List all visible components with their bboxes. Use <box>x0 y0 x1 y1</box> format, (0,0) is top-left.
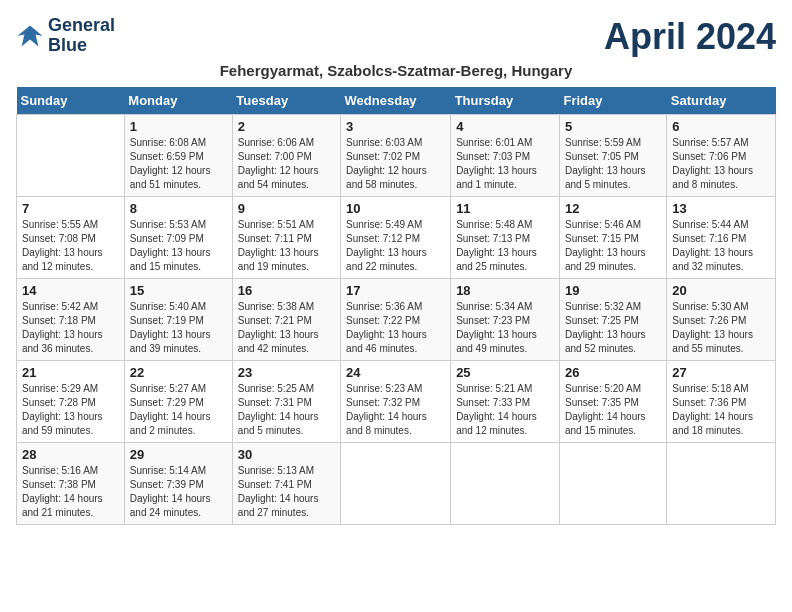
calendar-cell: 20 Sunrise: 5:30 AMSunset: 7:26 PMDaylig… <box>667 279 776 361</box>
weekday-header: Monday <box>124 87 232 115</box>
day-detail: Sunrise: 5:18 AMSunset: 7:36 PMDaylight:… <box>672 382 770 438</box>
day-detail: Sunrise: 5:46 AMSunset: 7:15 PMDaylight:… <box>565 218 661 274</box>
calendar-cell: 21 Sunrise: 5:29 AMSunset: 7:28 PMDaylig… <box>17 361 125 443</box>
day-number: 30 <box>238 447 335 462</box>
day-detail: Sunrise: 5:36 AMSunset: 7:22 PMDaylight:… <box>346 300 445 356</box>
day-detail: Sunrise: 5:21 AMSunset: 7:33 PMDaylight:… <box>456 382 554 438</box>
day-number: 15 <box>130 283 227 298</box>
calendar-cell <box>451 443 560 525</box>
calendar-cell: 1 Sunrise: 6:08 AMSunset: 6:59 PMDayligh… <box>124 115 232 197</box>
day-detail: Sunrise: 5:34 AMSunset: 7:23 PMDaylight:… <box>456 300 554 356</box>
day-detail: Sunrise: 5:57 AMSunset: 7:06 PMDaylight:… <box>672 136 770 192</box>
month-title: April 2024 <box>604 16 776 58</box>
calendar-cell: 27 Sunrise: 5:18 AMSunset: 7:36 PMDaylig… <box>667 361 776 443</box>
calendar-cell: 26 Sunrise: 5:20 AMSunset: 7:35 PMDaylig… <box>559 361 666 443</box>
day-detail: Sunrise: 5:38 AMSunset: 7:21 PMDaylight:… <box>238 300 335 356</box>
day-detail: Sunrise: 5:25 AMSunset: 7:31 PMDaylight:… <box>238 382 335 438</box>
calendar-cell: 5 Sunrise: 5:59 AMSunset: 7:05 PMDayligh… <box>559 115 666 197</box>
day-detail: Sunrise: 5:49 AMSunset: 7:12 PMDaylight:… <box>346 218 445 274</box>
calendar-cell: 29 Sunrise: 5:14 AMSunset: 7:39 PMDaylig… <box>124 443 232 525</box>
calendar-cell: 24 Sunrise: 5:23 AMSunset: 7:32 PMDaylig… <box>341 361 451 443</box>
day-detail: Sunrise: 5:16 AMSunset: 7:38 PMDaylight:… <box>22 464 119 520</box>
calendar-cell: 14 Sunrise: 5:42 AMSunset: 7:18 PMDaylig… <box>17 279 125 361</box>
day-detail: Sunrise: 6:01 AMSunset: 7:03 PMDaylight:… <box>456 136 554 192</box>
day-detail: Sunrise: 5:29 AMSunset: 7:28 PMDaylight:… <box>22 382 119 438</box>
calendar-cell: 10 Sunrise: 5:49 AMSunset: 7:12 PMDaylig… <box>341 197 451 279</box>
calendar-week-row: 1 Sunrise: 6:08 AMSunset: 6:59 PMDayligh… <box>17 115 776 197</box>
day-number: 29 <box>130 447 227 462</box>
day-detail: Sunrise: 5:51 AMSunset: 7:11 PMDaylight:… <box>238 218 335 274</box>
calendar-table: SundayMondayTuesdayWednesdayThursdayFrid… <box>16 87 776 525</box>
day-detail: Sunrise: 5:14 AMSunset: 7:39 PMDaylight:… <box>130 464 227 520</box>
day-number: 22 <box>130 365 227 380</box>
calendar-cell: 28 Sunrise: 5:16 AMSunset: 7:38 PMDaylig… <box>17 443 125 525</box>
calendar-cell: 13 Sunrise: 5:44 AMSunset: 7:16 PMDaylig… <box>667 197 776 279</box>
day-number: 16 <box>238 283 335 298</box>
day-number: 26 <box>565 365 661 380</box>
day-number: 27 <box>672 365 770 380</box>
day-number: 12 <box>565 201 661 216</box>
calendar-cell: 9 Sunrise: 5:51 AMSunset: 7:11 PMDayligh… <box>232 197 340 279</box>
logo-icon <box>16 22 44 50</box>
day-detail: Sunrise: 6:08 AMSunset: 6:59 PMDaylight:… <box>130 136 227 192</box>
day-number: 10 <box>346 201 445 216</box>
calendar-cell: 6 Sunrise: 5:57 AMSunset: 7:06 PMDayligh… <box>667 115 776 197</box>
calendar-cell: 18 Sunrise: 5:34 AMSunset: 7:23 PMDaylig… <box>451 279 560 361</box>
day-number: 3 <box>346 119 445 134</box>
weekday-header: Tuesday <box>232 87 340 115</box>
day-detail: Sunrise: 5:30 AMSunset: 7:26 PMDaylight:… <box>672 300 770 356</box>
day-number: 19 <box>565 283 661 298</box>
day-detail: Sunrise: 5:59 AMSunset: 7:05 PMDaylight:… <box>565 136 661 192</box>
logo-text: General Blue <box>48 16 115 56</box>
calendar-week-row: 28 Sunrise: 5:16 AMSunset: 7:38 PMDaylig… <box>17 443 776 525</box>
weekday-header: Sunday <box>17 87 125 115</box>
calendar-cell: 7 Sunrise: 5:55 AMSunset: 7:08 PMDayligh… <box>17 197 125 279</box>
calendar-cell: 17 Sunrise: 5:36 AMSunset: 7:22 PMDaylig… <box>341 279 451 361</box>
day-detail: Sunrise: 5:53 AMSunset: 7:09 PMDaylight:… <box>130 218 227 274</box>
calendar-cell: 22 Sunrise: 5:27 AMSunset: 7:29 PMDaylig… <box>124 361 232 443</box>
day-number: 8 <box>130 201 227 216</box>
calendar-cell: 15 Sunrise: 5:40 AMSunset: 7:19 PMDaylig… <box>124 279 232 361</box>
day-number: 14 <box>22 283 119 298</box>
calendar-cell: 4 Sunrise: 6:01 AMSunset: 7:03 PMDayligh… <box>451 115 560 197</box>
weekday-header: Saturday <box>667 87 776 115</box>
day-number: 20 <box>672 283 770 298</box>
day-detail: Sunrise: 5:27 AMSunset: 7:29 PMDaylight:… <box>130 382 227 438</box>
location-title: Fehergyarmat, Szabolcs-Szatmar-Bereg, Hu… <box>16 62 776 79</box>
day-number: 9 <box>238 201 335 216</box>
calendar-cell: 19 Sunrise: 5:32 AMSunset: 7:25 PMDaylig… <box>559 279 666 361</box>
day-number: 24 <box>346 365 445 380</box>
day-number: 28 <box>22 447 119 462</box>
weekday-header: Thursday <box>451 87 560 115</box>
day-number: 23 <box>238 365 335 380</box>
day-number: 6 <box>672 119 770 134</box>
day-detail: Sunrise: 5:40 AMSunset: 7:19 PMDaylight:… <box>130 300 227 356</box>
calendar-cell: 2 Sunrise: 6:06 AMSunset: 7:00 PMDayligh… <box>232 115 340 197</box>
calendar-week-row: 14 Sunrise: 5:42 AMSunset: 7:18 PMDaylig… <box>17 279 776 361</box>
calendar-cell: 25 Sunrise: 5:21 AMSunset: 7:33 PMDaylig… <box>451 361 560 443</box>
day-number: 4 <box>456 119 554 134</box>
calendar-cell: 12 Sunrise: 5:46 AMSunset: 7:15 PMDaylig… <box>559 197 666 279</box>
day-number: 17 <box>346 283 445 298</box>
day-detail: Sunrise: 6:06 AMSunset: 7:00 PMDaylight:… <box>238 136 335 192</box>
logo: General Blue <box>16 16 115 56</box>
calendar-cell: 23 Sunrise: 5:25 AMSunset: 7:31 PMDaylig… <box>232 361 340 443</box>
day-detail: Sunrise: 5:32 AMSunset: 7:25 PMDaylight:… <box>565 300 661 356</box>
day-detail: Sunrise: 5:42 AMSunset: 7:18 PMDaylight:… <box>22 300 119 356</box>
calendar-cell: 30 Sunrise: 5:13 AMSunset: 7:41 PMDaylig… <box>232 443 340 525</box>
day-detail: Sunrise: 5:23 AMSunset: 7:32 PMDaylight:… <box>346 382 445 438</box>
weekday-header-row: SundayMondayTuesdayWednesdayThursdayFrid… <box>17 87 776 115</box>
calendar-cell <box>667 443 776 525</box>
day-number: 5 <box>565 119 661 134</box>
page-header: General Blue April 2024 <box>16 16 776 58</box>
day-detail: Sunrise: 5:48 AMSunset: 7:13 PMDaylight:… <box>456 218 554 274</box>
weekday-header: Wednesday <box>341 87 451 115</box>
calendar-cell: 16 Sunrise: 5:38 AMSunset: 7:21 PMDaylig… <box>232 279 340 361</box>
calendar-cell <box>17 115 125 197</box>
calendar-week-row: 7 Sunrise: 5:55 AMSunset: 7:08 PMDayligh… <box>17 197 776 279</box>
day-detail: Sunrise: 6:03 AMSunset: 7:02 PMDaylight:… <box>346 136 445 192</box>
calendar-cell <box>559 443 666 525</box>
day-number: 7 <box>22 201 119 216</box>
weekday-header: Friday <box>559 87 666 115</box>
day-detail: Sunrise: 5:44 AMSunset: 7:16 PMDaylight:… <box>672 218 770 274</box>
